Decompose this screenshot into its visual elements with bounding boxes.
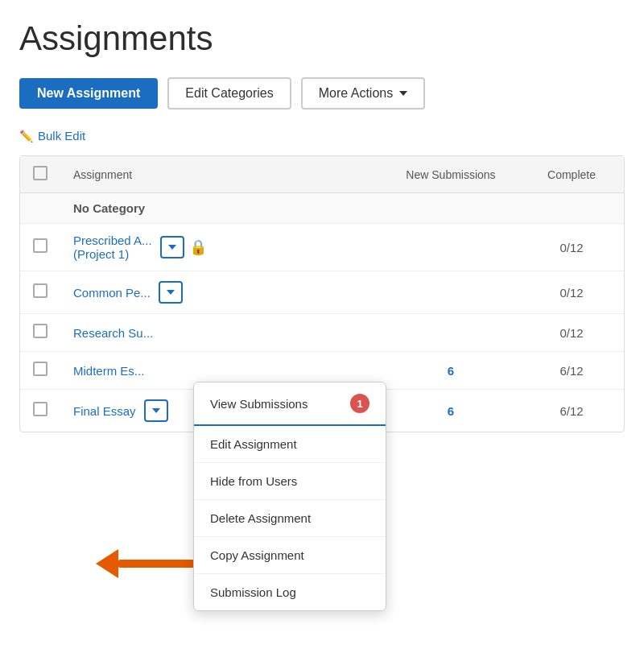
assignment-cell: Common Pe... (60, 271, 382, 314)
context-menu-item-submission-log[interactable]: Submission Log (194, 574, 386, 610)
new-submissions-cell (382, 314, 519, 352)
lock-eye-icon: 🔒 (189, 238, 207, 256)
complete-cell: 0/12 (519, 224, 624, 271)
context-menu-item-hide-from-users[interactable]: Hide from Users (194, 463, 386, 500)
assignment-link[interactable]: Research Su... (73, 326, 153, 340)
complete-cell: 6/12 (519, 352, 624, 390)
pencil-icon: ✏️ (19, 130, 33, 143)
arrow-indicator (97, 549, 199, 578)
submissions-count[interactable]: 6 (448, 404, 454, 418)
row-checkbox-cell (20, 390, 60, 432)
assignment-link[interactable]: Midterm Es... (73, 364, 144, 378)
context-menu-item-delete-assignment[interactable]: Delete Assignment (194, 500, 386, 537)
edit-assignment-label: Edit Assignment (210, 437, 297, 451)
copy-assignment-label: Copy Assignment (210, 548, 304, 562)
table-row: Research Su... 0/12 (20, 314, 624, 352)
row-checkbox-cell (20, 271, 60, 314)
context-menu-item-view-submissions[interactable]: View Submissions 1 (194, 382, 386, 426)
row-checkbox[interactable] (33, 283, 47, 298)
more-actions-label: More Actions (319, 86, 393, 101)
new-submissions-cell: 6 (382, 390, 519, 432)
chevron-down-icon (168, 245, 176, 250)
row-checkbox[interactable] (33, 238, 47, 253)
category-label: No Category (60, 193, 382, 224)
row-checkbox[interactable] (33, 362, 47, 376)
complete-cell: 0/12 (519, 271, 624, 314)
table-row: Prescribed A...(Project 1) 🔒 0/12 (20, 224, 624, 271)
new-submissions-cell (382, 271, 519, 314)
assignment-link[interactable]: Common Pe... (73, 286, 151, 300)
arrow-head (96, 549, 118, 578)
assignment-link[interactable]: Final Essay (73, 404, 136, 418)
row-dropdown-button[interactable] (159, 281, 183, 304)
bulk-edit-label: Bulk Edit (38, 129, 85, 143)
context-menu-item-copy-assignment[interactable]: Copy Assignment (194, 537, 386, 574)
row-dropdown-button[interactable] (160, 236, 184, 258)
chevron-down-icon (152, 408, 160, 413)
complete-cell: 0/12 (519, 314, 624, 352)
complete-cell: 6/12 (519, 390, 624, 432)
active-dropdown-button[interactable] (144, 399, 168, 422)
new-assignment-button[interactable]: New Assignment (19, 78, 158, 109)
submissions-count[interactable]: 6 (448, 364, 454, 378)
header-new-submissions: New Submissions (382, 156, 519, 193)
header-assignment: Assignment (60, 156, 382, 193)
row-checkbox[interactable] (33, 402, 47, 416)
header-complete: Complete (519, 156, 624, 193)
new-submissions-cell: 6 (382, 352, 519, 390)
page-title: Assignments (19, 19, 625, 58)
assignment-link[interactable]: Prescribed A...(Project 1) (73, 234, 152, 261)
more-actions-button[interactable]: More Actions (301, 77, 425, 110)
row-checkbox-cell (20, 352, 60, 390)
chevron-down-icon (167, 290, 175, 295)
row-checkbox-cell (20, 314, 60, 352)
header-checkbox-col (20, 156, 60, 193)
category-row: No Category (20, 193, 624, 224)
row-checkbox-cell (20, 224, 60, 271)
table-row: Common Pe... 0/12 (20, 271, 624, 314)
select-all-checkbox[interactable] (33, 166, 47, 180)
delete-assignment-label: Delete Assignment (210, 511, 311, 525)
bulk-edit-button[interactable]: ✏️ Bulk Edit (19, 129, 625, 143)
context-menu-item-edit-assignment[interactable]: Edit Assignment (194, 426, 386, 463)
hide-from-users-label: Hide from Users (210, 474, 297, 488)
submission-log-label: Submission Log (210, 585, 296, 599)
chevron-down-icon (399, 91, 407, 96)
context-menu: View Submissions 1 Edit Assignment Hide … (193, 382, 386, 611)
edit-categories-button[interactable]: Edit Categories (167, 77, 291, 110)
new-submissions-cell (382, 224, 519, 271)
submissions-badge: 1 (350, 394, 369, 413)
row-checkbox[interactable] (33, 324, 47, 338)
arrow-shaft (118, 560, 199, 568)
view-submissions-label: View Submissions (210, 397, 308, 411)
assignment-cell: Prescribed A...(Project 1) 🔒 (60, 224, 382, 271)
assignments-table: Assignment New Submissions Complete No C… (19, 155, 625, 432)
toolbar: New Assignment Edit Categories More Acti… (19, 77, 625, 110)
assignment-cell: Research Su... (60, 314, 382, 352)
